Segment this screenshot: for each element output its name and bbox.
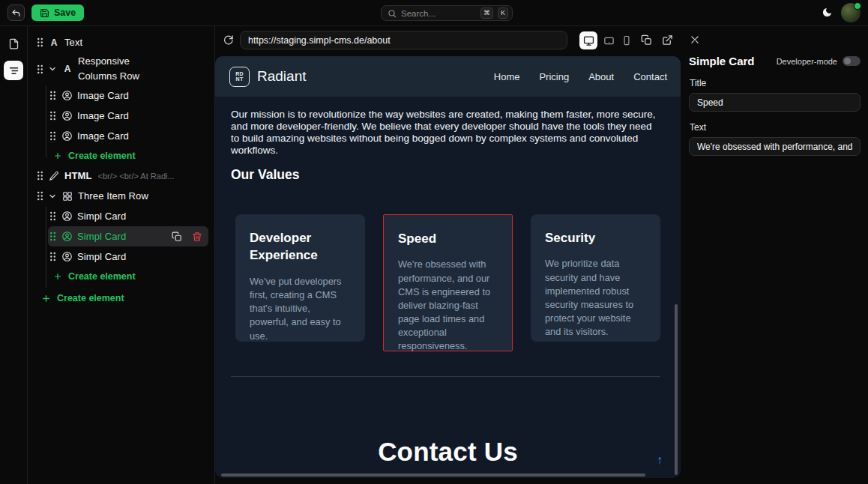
tree-item-label: Image Card (77, 130, 129, 142)
tree-item-image-card[interactable]: Image Card (48, 126, 208, 146)
save-button-label: Save (54, 7, 76, 18)
duplicate-element-button[interactable] (172, 232, 182, 242)
pencil-icon (48, 171, 60, 181)
text-field-input[interactable] (689, 137, 861, 156)
create-element-label: Create element (57, 293, 124, 303)
drag-handle-icon[interactable] (49, 91, 56, 100)
shortcut-k-key: K (498, 7, 508, 19)
tree-item-html[interactable]: HTML <br/> <br/> At Radi... (35, 166, 208, 186)
delete-element-button[interactable] (192, 232, 202, 242)
search-icon (388, 9, 397, 18)
card-text: We prioritize data security and have imp… (545, 257, 646, 339)
chevron-down-icon[interactable] (48, 64, 57, 73)
inspector-panel: Simple Card Developer-mode Title Text (681, 26, 868, 484)
dark-mode-toggle-icon[interactable] (822, 7, 833, 18)
tree-item-image-card[interactable]: Image Card (48, 85, 208, 106)
section-divider (231, 376, 660, 377)
create-element-button[interactable]: Create element (53, 146, 214, 166)
horizontal-scrollbar[interactable] (221, 474, 645, 477)
create-element-label: Create element (68, 151, 136, 161)
row-element-icon: A (61, 64, 73, 74)
developer-mode-toggle[interactable] (843, 56, 861, 66)
drag-handle-icon[interactable] (49, 131, 56, 141)
search-input[interactable] (401, 9, 476, 18)
card-text: We're obsessed with performance, and our… (398, 258, 498, 353)
top-bar: Save ⌘ K (0, 0, 868, 26)
user-avatar[interactable] (841, 3, 861, 22)
plus-icon (53, 151, 62, 160)
values-cards-row: Developer Experience We've put developer… (235, 214, 660, 351)
drag-handle-icon[interactable] (49, 232, 56, 241)
refresh-icon[interactable] (223, 34, 234, 46)
mobile-view-button[interactable] (618, 31, 636, 49)
logo-text-top: RD (235, 71, 244, 76)
tree-item-responsive-columns-row[interactable]: A Responsive Columns Row (35, 52, 208, 85)
drag-handle-icon[interactable] (49, 111, 56, 121)
value-card-speed-selected[interactable]: Speed We're obsessed with performance, a… (383, 214, 513, 351)
drag-handle-icon[interactable] (37, 64, 43, 74)
user-circle-icon (61, 231, 73, 242)
scroll-to-top-icon[interactable]: ↑ (657, 453, 663, 467)
tablet-icon (603, 35, 615, 46)
tree-item-image-card[interactable]: Image Card (48, 106, 208, 126)
document-icon (8, 38, 19, 49)
desktop-view-button[interactable] (579, 31, 597, 49)
nav-link-home[interactable]: Home (494, 71, 520, 82)
tree-item-label: Simpl Card (77, 231, 126, 242)
drag-handle-icon[interactable] (37, 171, 43, 181)
preview-toolbar (215, 26, 681, 55)
layers-tab-button[interactable] (4, 61, 23, 80)
values-heading: Our Values (231, 167, 681, 183)
text-field-label: Text (690, 122, 861, 133)
title-field-input[interactable] (689, 93, 861, 112)
preview-area: RD NT Radiant Home Pricing About Contact… (215, 26, 681, 484)
copy-url-icon[interactable] (641, 34, 652, 46)
global-search[interactable]: ⌘ K (381, 5, 513, 21)
tree-item-simpl-card[interactable]: Simpl Card (48, 206, 208, 226)
url-input[interactable] (240, 31, 567, 49)
create-element-button-root[interactable]: Create element (41, 288, 214, 308)
tree-item-label: Image Card (77, 110, 129, 121)
value-card-security[interactable]: Security We prioritize data security and… (531, 214, 660, 342)
tree-item-label: Three Item Row (78, 190, 148, 202)
inspector-header: Simple Card Developer-mode (689, 55, 861, 67)
tree-item-label: Simpl Card (77, 211, 126, 222)
tablet-view-button[interactable] (600, 31, 618, 49)
nav-link-about[interactable]: About (588, 71, 614, 82)
open-external-icon[interactable] (662, 34, 673, 46)
chevron-down-icon[interactable] (48, 192, 57, 201)
create-element-button[interactable]: Create element (53, 267, 214, 286)
undo-icon (11, 8, 21, 18)
plus-icon (53, 272, 62, 281)
user-circle-icon (61, 90, 73, 101)
tree-guide-line (46, 207, 46, 288)
mission-paragraph: Our mission is to revolutionize the way … (231, 109, 660, 157)
tree-item-label: Image Card (77, 90, 129, 101)
tree-item-text[interactable]: A Text (35, 32, 208, 52)
drag-handle-icon[interactable] (49, 252, 56, 261)
text-element-icon: A (48, 37, 60, 48)
tree-item-label: Simpl Card (77, 251, 126, 262)
drag-handle-icon[interactable] (37, 191, 43, 201)
value-card-developer-experience[interactable]: Developer Experience We've put developer… (235, 214, 365, 342)
nav-link-contact[interactable]: Contact (633, 71, 667, 82)
grid-icon (61, 191, 73, 202)
element-tree-panel: A Text A Responsive Columns Row Image Ca… (28, 26, 215, 484)
undo-button[interactable] (7, 4, 25, 21)
tree-item-simpl-card[interactable]: Simpl Card (48, 246, 208, 267)
nav-link-pricing[interactable]: Pricing (539, 71, 569, 82)
user-circle-icon (61, 130, 73, 142)
tree-item-three-item-row[interactable]: Three Item Row (35, 186, 208, 206)
plus-icon (41, 294, 51, 303)
toggle-knob (844, 58, 851, 64)
drag-handle-icon[interactable] (37, 37, 43, 47)
left-icon-rail (0, 26, 28, 484)
site-preview-frame: RD NT Radiant Home Pricing About Contact… (215, 56, 681, 478)
close-icon[interactable] (690, 34, 700, 45)
vertical-scrollbar[interactable] (675, 304, 678, 475)
save-button[interactable]: Save (31, 4, 84, 21)
user-circle-icon (61, 251, 73, 262)
pages-tab-button[interactable] (4, 34, 23, 53)
drag-handle-icon[interactable] (49, 211, 56, 221)
tree-item-simpl-card-selected[interactable]: Simpl Card (48, 226, 208, 246)
